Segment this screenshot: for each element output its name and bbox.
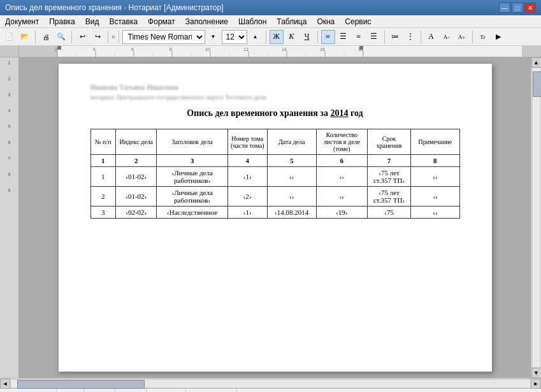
left-ruler-numbers: 1 2 3 4 5 6 7 8 9 [8,57,11,192]
year-value: 2014 [330,108,348,118]
separator-7 [384,31,385,43]
status-bar: Страница 1/1 Ст 1 Кол 1 100% Вставка Анг… [0,388,541,392]
menu-insert[interactable]: Вставка [105,16,143,27]
svg-rect-26 [57,46,61,50]
font-size-inc-button[interactable]: A+ [455,30,469,44]
menu-windows[interactable]: Окна [312,16,340,27]
ruler: 2 4 6 8 10 12 14 1 [0,46,541,57]
extra-button[interactable]: Tr [476,30,490,44]
new-doc-button[interactable]: 📄 [3,30,17,44]
scroll-right-button[interactable]: ► [531,379,541,389]
menu-service[interactable]: Сервис [340,16,376,27]
svg-text:14: 14 [282,47,287,52]
font-size-up-button[interactable]: ▲ [249,30,263,44]
col-header-index: Индекс дела [116,129,157,155]
ruler-track: 2 4 6 8 10 12 14 1 [19,46,541,57]
scroll-down-button[interactable]: ▼ [531,368,542,378]
separator-6 [317,31,318,43]
doc-header: Иванова Татьяна Ивановна нотариус Центра… [90,83,460,101]
separator-2 [71,31,72,43]
close-button[interactable]: ✕ [524,3,536,13]
svg-text:8: 8 [170,47,172,52]
maximize-button[interactable]: □ [512,3,523,13]
main-area: 1 2 3 4 5 6 7 8 9 Иванова Татьяна Иванов… [0,57,541,378]
toolbar: 📄 📂 🖨 🔍 ↩ ↪ » Times New Roman ▼ 12 ▲ Ж К… [0,28,541,46]
bold-button[interactable]: Ж [270,30,284,44]
italic-button[interactable]: К [285,30,299,44]
svg-text:4: 4 [93,47,96,52]
window-title: Опись дел временного хранения - Нотариат… [5,3,224,12]
separator-8 [421,31,421,43]
scroll-thumb[interactable] [533,71,542,97]
menu-fill[interactable]: Заполнение [180,16,233,27]
menu-format[interactable]: Формат [143,16,180,27]
menu-table[interactable]: Таблица [271,16,312,27]
numbered-list-button[interactable]: ⋮ [403,30,417,44]
scroll-left-button[interactable]: ◄ [0,379,10,389]
menu-view[interactable]: Вид [80,16,105,27]
ruler-ticks-svg: 2 4 6 8 10 12 14 1 [19,46,541,57]
status-page: Страница 1/1 [0,389,57,392]
scroll-up-button[interactable]: ▲ [531,57,542,68]
preview-button[interactable]: 🔍 [54,30,68,44]
svg-text:6: 6 [131,47,134,52]
table-row: 1 ‹01-02› ‹Личные дела работников› ‹1› ‹… [90,167,459,187]
font-size-selector[interactable]: 12 [222,30,247,44]
redo-button[interactable]: ↪ [90,30,105,44]
align-right-button[interactable]: ≡ [352,30,366,44]
blurred-desc: нотариус Центрального государственного о… [90,94,460,101]
col-header-storage: Срок хранения [368,129,411,155]
svg-text:12: 12 [243,47,249,52]
status-lang: Английский [186,389,237,392]
font-color-button[interactable]: A [424,30,438,44]
document-title: Опись дел временного хранения за 2014 го… [90,108,460,119]
svg-text:10: 10 [205,47,210,52]
scroll-track[interactable] [532,68,541,368]
document-page: Иванова Татьяна Ивановна нотариус Центра… [59,64,492,372]
blurred-name: Иванова Татьяна Ивановна [90,83,460,92]
undo-button[interactable]: ↩ [75,30,89,44]
archive-table: № п/п Индекс дела Заголовок дела Номер т… [90,129,460,219]
list-button[interactable]: ≔ [388,30,402,44]
menu-template[interactable]: Шаблон [233,16,271,27]
h-scroll-track[interactable] [10,379,531,388]
align-left-button[interactable]: ≡ [321,30,335,44]
h-scroll-thumb[interactable] [17,380,145,389]
horizontal-scrollbar[interactable]: ◄ ► [0,378,541,388]
svg-text:2: 2 [55,47,57,52]
separator-3 [108,31,108,43]
col-header-notes: Примечание [411,129,459,155]
more-options-button[interactable]: ▶ [491,30,505,44]
menu-edit[interactable]: Правка [44,16,80,27]
table-row: 2 ‹01-02› ‹Личные дела работников› ‹2› ‹… [90,187,459,207]
open-button[interactable]: 📂 [18,30,32,44]
font-dropdown-button[interactable]: ▼ [206,30,220,44]
font-size-dec-button[interactable]: A- [440,30,454,44]
status-col: Кол 1 [84,389,115,392]
separator-4 [119,31,119,43]
separator-1 [35,31,36,43]
separator-9 [472,31,473,43]
arrows-icon: » [112,33,115,40]
print-button[interactable]: 🖨 [39,30,53,44]
col-header-num: № п/п [90,129,116,155]
status-st: Ст 1 [57,389,84,392]
minimize-button[interactable]: — [499,3,510,13]
status-mode: Вставка [147,389,186,392]
menu-bar: Документ Правка Вид Вставка Формат Запол… [0,15,541,28]
page-area[interactable]: Иванова Татьяна Ивановна нотариус Центра… [19,57,531,378]
svg-rect-27 [359,46,363,50]
underline-button[interactable]: Ч [300,30,314,44]
col-header-title: Заголовок дела [157,129,227,155]
col-header-tomno: Номер тома (части тома) [227,129,267,155]
table-header-row: № п/п Индекс дела Заголовок дела Номер т… [90,129,459,155]
align-justify-button[interactable]: ☰ [367,30,381,44]
align-center-button[interactable]: ☰ [336,30,350,44]
font-selector[interactable]: Times New Roman [122,30,205,44]
menu-document[interactable]: Документ [0,16,44,27]
col-header-date: Дата дела [267,129,316,155]
separator-5 [266,31,266,43]
vertical-scrollbar[interactable]: ▲ ▼ [531,57,541,378]
ruler-left-margin [0,46,19,57]
left-sidebar: 1 2 3 4 5 6 7 8 9 [0,57,19,378]
